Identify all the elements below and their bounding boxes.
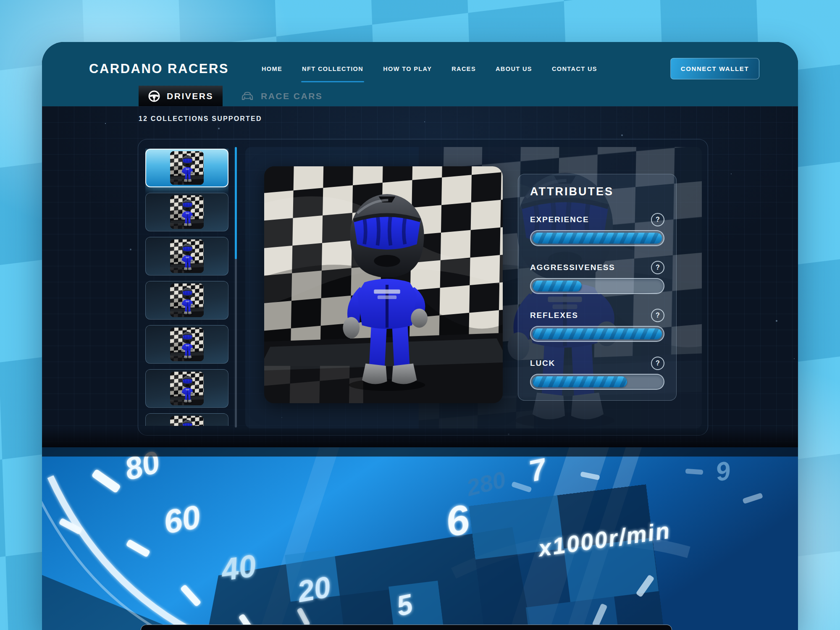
- main-nav: HOME NFT COLLECTION HOW TO PLAY RACES AB…: [262, 63, 597, 75]
- reflexes-progress-bar: [530, 326, 664, 342]
- attributes-panel: ATTRIBUTES EXPERIENCE ? AGGRESSIVENESS: [518, 174, 677, 401]
- thumbnail-item[interactable]: [145, 281, 228, 320]
- tab-drivers[interactable]: DRIVERS: [139, 86, 223, 106]
- help-icon[interactable]: ?: [651, 213, 664, 226]
- page-card: CARDANO RACERS HOME NFT COLLECTION HOW T…: [42, 42, 798, 630]
- nft-thumbnail-image: [170, 372, 204, 405]
- nav-contact-us[interactable]: CONTACT US: [552, 63, 597, 75]
- attributes-title: ATTRIBUTES: [530, 185, 664, 198]
- attribute-label: LUCK: [530, 359, 555, 368]
- luck-progress-bar: [530, 374, 664, 390]
- tab-race-cars[interactable]: RACE CARS: [223, 86, 340, 106]
- tab-drivers-label: DRIVERS: [167, 91, 213, 101]
- nav-about-us[interactable]: ABOUT US: [496, 63, 532, 75]
- thumbnail-item-selected[interactable]: [145, 149, 228, 187]
- attribute-label: AGGRESSIVENESS: [530, 263, 615, 272]
- thumbnail-list: [145, 149, 228, 426]
- collection-tabs: DRIVERS RACE CARS: [139, 86, 340, 106]
- tab-race-cars-label: RACE CARS: [261, 91, 323, 101]
- attribute-luck: LUCK ?: [530, 356, 664, 390]
- footer-ticker-bar: [141, 625, 672, 630]
- collections-supported-note: 12 COLLECTIONS SUPPORTED: [139, 115, 262, 123]
- thumbnail-item[interactable]: [145, 193, 228, 231]
- attribute-reflexes: REFLEXES ?: [530, 308, 664, 342]
- progress-fill: [533, 328, 662, 339]
- scrollbar-thumb[interactable]: [235, 147, 237, 259]
- aggressiveness-progress-bar: [530, 278, 664, 294]
- svg-text:20: 20: [294, 570, 333, 609]
- progress-fill: [533, 233, 662, 244]
- nft-browser-panel: ATTRIBUTES EXPERIENCE ? AGGRESSIVENESS: [138, 139, 708, 436]
- experience-progress-bar: [530, 230, 664, 246]
- nav-races[interactable]: RACES: [452, 63, 476, 75]
- nft-detail-panel: ATTRIBUTES EXPERIENCE ? AGGRESSIVENESS: [245, 147, 702, 428]
- nft-thumbnail-image: [170, 239, 204, 273]
- nft-thumbnail-image: [170, 416, 204, 426]
- svg-text:40: 40: [218, 548, 258, 588]
- thumbnail-item[interactable]: [145, 325, 228, 364]
- steering-wheel-icon: [148, 90, 160, 102]
- decorative-stars: [105, 123, 106, 124]
- nft-thumbnail-image: [170, 284, 204, 317]
- help-icon[interactable]: ?: [651, 309, 664, 322]
- progress-fill: [533, 376, 627, 387]
- speedometer-art-section: 80 60 40 20 5 6 7 x1000r/min 280 9: [42, 447, 798, 630]
- nft-browser-section: 12 COLLECTIONS SUPPORTED: [42, 106, 798, 447]
- attribute-aggressiveness: AGGRESSIVENESS ?: [530, 260, 664, 294]
- driver-scene: [264, 166, 503, 403]
- speedometer-art: 80 60 40 20 5 6 7 x1000r/min 280 9: [42, 447, 798, 630]
- attribute-label: REFLEXES: [530, 311, 578, 320]
- nft-thumbnail-image: [170, 328, 204, 361]
- connect-wallet-button[interactable]: CONNECT WALLET: [670, 58, 759, 79]
- thumbnail-scrollbar[interactable]: [235, 147, 237, 428]
- nav-nft-collection[interactable]: NFT COLLECTION: [302, 63, 363, 75]
- help-icon[interactable]: ?: [651, 261, 664, 274]
- site-logo: CARDANO RACERS: [89, 61, 229, 76]
- thumbnail-item[interactable]: [145, 237, 228, 276]
- attribute-label: EXPERIENCE: [530, 215, 589, 224]
- progress-fill: [533, 281, 582, 291]
- nft-thumbnail-image: [170, 151, 204, 185]
- help-icon[interactable]: ?: [651, 357, 664, 370]
- race-car-icon: [240, 90, 255, 102]
- nft-preview-image: [264, 166, 503, 403]
- svg-text:60: 60: [161, 498, 203, 541]
- site-header: CARDANO RACERS HOME NFT COLLECTION HOW T…: [42, 42, 798, 106]
- nav-home[interactable]: HOME: [262, 63, 282, 75]
- nft-thumbnail-image: [170, 195, 204, 229]
- nav-how-to-play[interactable]: HOW TO PLAY: [383, 63, 432, 75]
- attribute-experience: EXPERIENCE ?: [530, 213, 664, 246]
- thumbnail-item-partial[interactable]: [145, 413, 228, 426]
- thumbnail-item[interactable]: [145, 369, 228, 408]
